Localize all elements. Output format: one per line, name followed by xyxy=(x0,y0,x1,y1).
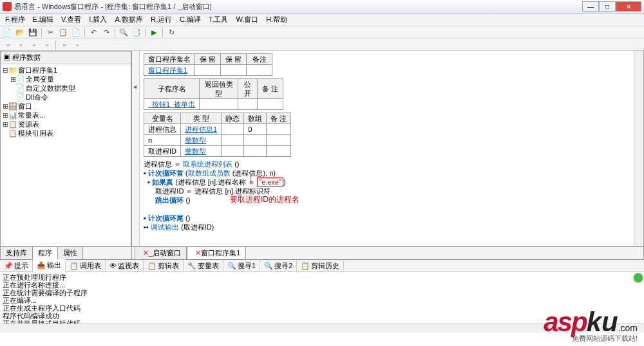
tb-save[interactable]: 💾 xyxy=(27,28,39,38)
menu-tools[interactable]: T.工具 xyxy=(205,14,232,26)
tree-title: ▣ 程序数据 xyxy=(1,51,131,64)
tree-node[interactable]: 📋 模块引用表 xyxy=(2,129,129,138)
tree-node[interactable]: 📄 自定义数据类型 xyxy=(2,84,129,93)
menu-help[interactable]: H.帮助 xyxy=(262,14,291,26)
tb-undo[interactable]: ↶ xyxy=(88,28,99,38)
btab-vars[interactable]: 🔧变量表 xyxy=(184,260,223,272)
tb-paste[interactable]: 📄 xyxy=(70,28,82,38)
menu-edit[interactable]: E.编辑 xyxy=(29,14,57,26)
tb-open[interactable]: 📂 xyxy=(14,28,26,38)
tb2-3[interactable]: ▫ xyxy=(28,40,40,50)
tab-properties[interactable]: 属性 xyxy=(57,246,83,259)
title-bar: 易语言 - Windows窗口程序 - [程序集: 窗口程序集1 / _启动窗口… xyxy=(0,0,644,14)
left-panel: ▣ 程序数据 ⊟📁 窗口程序集1⊞📄 全局变量📄 自定义数据类型📄 Dll命令⊞… xyxy=(0,51,132,259)
btab-calls[interactable]: 📋调用表 xyxy=(66,260,106,272)
tb-step[interactable]: ↻ xyxy=(166,28,177,38)
toolbar-main: 📄 📂 💾 ✂ 📋 📄 ↶ ↷ 🔍 📑 ▶ ↻ xyxy=(0,26,644,39)
window-title: 易语言 - Windows窗口程序 - [程序集: 窗口程序集1 / _启动窗口… xyxy=(14,2,582,12)
btab-clip[interactable]: 📋剪辑表 xyxy=(144,260,184,272)
bottom-tab-strip: 📌提示 📤输出 📋调用表 👁监视表 📋剪辑表 🔧变量表 🔍搜寻1 🔍搜寻2 📋剪… xyxy=(0,260,644,272)
tb2-4[interactable]: ▫ xyxy=(41,40,53,50)
minimize-button[interactable]: — xyxy=(582,1,599,12)
status-indicator-icon xyxy=(634,273,643,282)
grid-subroutine: 子程序名返回值类型公开备 注 _按钮1_被单击 xyxy=(144,78,283,110)
tb-copy[interactable]: 📋 xyxy=(57,28,69,38)
tb-cut[interactable]: ✂ xyxy=(44,28,56,38)
btab-output[interactable]: 📤输出 xyxy=(33,259,66,272)
editor-scrollbar[interactable] xyxy=(634,51,643,246)
tree-node[interactable]: ⊟📁 窗口程序集1 xyxy=(2,66,129,75)
toolbar-secondary: ▫ ▫ ▫ ▫ ▫ ▫ xyxy=(0,39,644,51)
output-line: 正在编译... xyxy=(3,296,641,304)
bottom-panel: 📌提示 📤输出 📋调用表 👁监视表 📋剪辑表 🔧变量表 🔍搜寻1 🔍搜寻2 📋剪… xyxy=(0,259,644,332)
btab-find1[interactable]: 🔍搜寻1 xyxy=(223,260,260,272)
maximize-button[interactable]: □ xyxy=(599,1,616,12)
tb2-5[interactable]: ▫ xyxy=(59,40,70,50)
annotation-arrow: │↓ xyxy=(249,176,254,194)
tree-node[interactable]: ⊞🪟 窗口 xyxy=(2,102,129,111)
menu-window[interactable]: W.窗口 xyxy=(232,14,262,26)
output-line: 正在并装易格式目标代码 xyxy=(3,320,641,323)
menu-compile[interactable]: C.编译 xyxy=(176,14,205,26)
output-line: 正在统计需要编译的子程序 xyxy=(3,289,641,296)
grid-program-set: 窗口程序集名保 留保 留备注 窗口程序集1 xyxy=(144,53,272,76)
tb-redo[interactable]: ↷ xyxy=(100,28,112,38)
tb-new[interactable]: 📄 xyxy=(1,28,13,38)
btab-find2[interactable]: 🔍搜寻2 xyxy=(260,260,297,272)
btab-watch[interactable]: 👁监视表 xyxy=(106,260,144,272)
left-tab-strip: 支持库 程序 属性 xyxy=(0,246,131,259)
tree-node[interactable]: 📄 Dll命令 xyxy=(2,93,129,102)
btab-cliphist[interactable]: 📋剪辑历史 xyxy=(297,260,344,272)
annotation-text: 要取进程ID的进程名 xyxy=(230,195,299,204)
tb2-1[interactable]: ▫ xyxy=(3,40,14,50)
close-button[interactable]: ✕ xyxy=(616,1,641,12)
menu-program[interactable]: F.程序 xyxy=(1,14,29,26)
status-bar xyxy=(0,323,644,332)
tree-node[interactable]: ⊞📄 全局变量 xyxy=(2,75,129,84)
editor-panel: ◂ 窗口程序集名保 留保 留备注 窗口程序集1 子程序名返回值类型公开备 注 _… xyxy=(132,51,644,259)
project-tree[interactable]: ⊟📁 窗口程序集1⊞📄 全局变量📄 自定义数据类型📄 Dll命令⊞🪟 窗口⊞📊 … xyxy=(1,64,131,139)
editor-tab-progset[interactable]: ✕窗口程序集1 xyxy=(187,246,246,259)
tb2-6[interactable]: ▫ xyxy=(71,40,83,50)
output-line: 正在进行名称连接... xyxy=(3,281,641,289)
tb2-2[interactable]: ▫ xyxy=(15,40,27,50)
tb-find[interactable]: 🔍 xyxy=(118,28,129,38)
tab-support-lib[interactable]: 支持库 xyxy=(0,246,33,259)
project-tree-panel: ▣ 程序数据 ⊟📁 窗口程序集1⊞📄 全局变量📄 自定义数据类型📄 Dll命令⊞… xyxy=(0,51,131,246)
grid-variables: 变量名类 型静态数组备 注 进程信息进程信息10 n整数型 取进程ID整数型 xyxy=(144,113,291,157)
output-line: 正在生成主程序入口代码 xyxy=(3,304,641,312)
menu-view[interactable]: V.查看 xyxy=(57,14,85,26)
output-line: 正在预处理现行程序 xyxy=(3,273,641,281)
output-line: 程序代码编译成功 xyxy=(3,312,641,320)
tab-program[interactable]: 程序 xyxy=(32,246,58,259)
tb-bookmark[interactable]: 📑 xyxy=(131,28,142,38)
editor-tab-strip: ✕_启动窗口 ✕窗口程序集1 xyxy=(132,246,643,259)
main-area: ▣ 程序数据 ⊟📁 窗口程序集1⊞📄 全局变量📄 自定义数据类型📄 Dll命令⊞… xyxy=(0,51,644,259)
menu-insert[interactable]: I.插入 xyxy=(85,14,111,26)
tb-run[interactable]: ▶ xyxy=(148,28,160,38)
code-editor[interactable]: 窗口程序集名保 留保 留备注 窗口程序集1 子程序名返回值类型公开备 注 _按钮… xyxy=(140,51,634,246)
tree-node[interactable]: ⊞📊 常量表... xyxy=(2,111,129,120)
app-icon xyxy=(3,2,12,11)
tree-node[interactable]: ⊞📋 资源表 xyxy=(2,120,129,129)
editor-tab-startup[interactable]: ✕_启动窗口 xyxy=(135,246,187,259)
output-pane[interactable]: 正在预处理现行程序正在进行名称连接...正在统计需要编译的子程序正在编译...正… xyxy=(0,272,644,323)
btab-hint[interactable]: 📌提示 xyxy=(0,260,33,272)
menu-database[interactable]: A.数据库 xyxy=(111,14,146,26)
menu-run[interactable]: R.运行 xyxy=(147,14,176,26)
menu-bar: F.程序 E.编辑 V.查看 I.插入 A.数据库 R.运行 C.编译 T.工具… xyxy=(0,14,644,26)
editor-gutter: ◂ xyxy=(132,51,140,246)
